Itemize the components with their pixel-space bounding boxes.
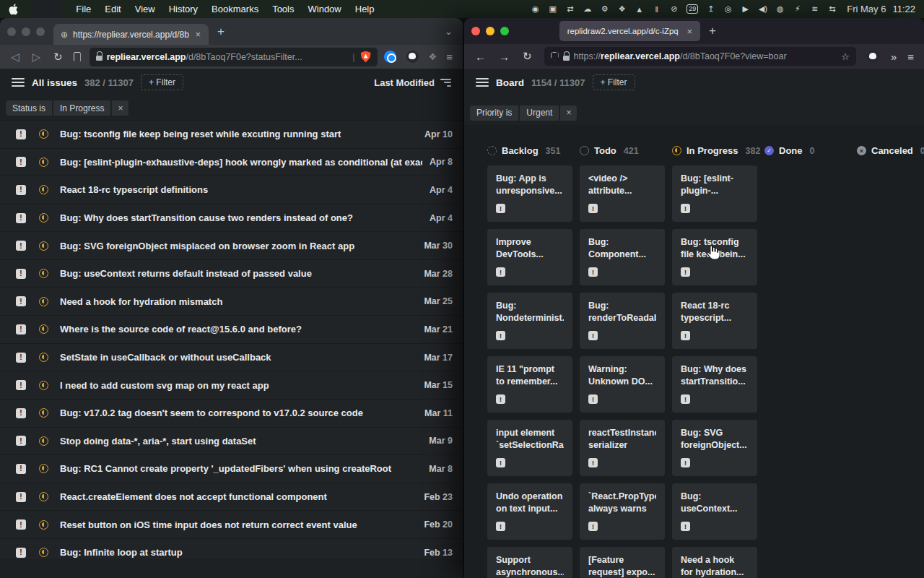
forward-button[interactable]: ▷ [27,51,46,64]
left-url-bar[interactable]: repliear.vercel.app/d/8bTaoq7F0e?statusF… [90,48,378,66]
window-manager-icon[interactable]: ‖ [652,5,661,14]
issue-row[interactable]: !React 18-rc typescript definitionsApr 4 [0,176,463,204]
menu-view[interactable]: View [135,4,155,14]
menu-window[interactable]: Window [308,4,341,14]
filter-value[interactable]: In Progress [53,100,110,116]
assistant-icon[interactable]: ◍ [775,4,785,14]
issue-row[interactable]: !Bug: useContext returns default instead… [0,260,463,288]
board-card[interactable]: Bug: Nondeterminist.! [487,293,572,349]
board-card[interactable]: Bug: App is unresponsive...! [487,165,572,222]
board-card[interactable]: Undo operation on text input...! [487,483,572,540]
menubar-clock[interactable]: Fri May 611:22 [847,4,915,14]
timer-icon[interactable]: ◎ [723,4,733,14]
board-card[interactable]: reactTestInstance serializer! [580,420,665,476]
issue-row[interactable]: !Bug: SVG foreignObject misplaced on bro… [0,232,463,260]
minimize-window-button[interactable] [486,27,494,35]
board-card[interactable]: Bug: useContext...! [672,483,757,540]
board-card[interactable]: Improve DevTools...! [487,229,572,285]
forward-button[interactable]: → [494,51,515,63]
board-card[interactable]: <video /> attribute...! [580,165,665,222]
onepassword-extension-icon[interactable] [384,51,396,63]
github-extension-icon[interactable] [867,51,879,63]
zoom-window-button[interactable] [36,27,45,36]
issue-row[interactable]: !Bug: RC1 Cannot create property '_updat… [0,455,463,483]
reload-button[interactable]: ↻ [48,51,68,64]
docker-icon[interactable]: ⚙ [600,4,609,14]
bookmark-icon[interactable] [74,52,81,61]
issue-row[interactable]: !Bug: Why does startTransition cause two… [0,204,463,233]
issue-row[interactable]: !React.createElement does not accept fun… [0,483,463,512]
add-filter-button[interactable]: + Filter [141,74,183,90]
sync-icon[interactable]: ⇄ [565,4,575,14]
board-card[interactable]: Bug: [eslint-plugin-...! [672,165,757,222]
board-card[interactable]: Bug: Why does startTransitio...! [672,356,757,413]
dropbox-icon[interactable]: ❖ [617,4,627,14]
board-card[interactable]: Bug: Component...! [580,229,665,285]
menu-bookmarks[interactable]: Bookmarks [212,4,258,14]
sort-control[interactable]: Last Modified [374,77,451,88]
sidebar-menu-icon[interactable] [12,78,25,87]
issue-row[interactable]: !Bug: [eslint-plugin-exhaustive-deps] ho… [0,149,463,177]
tab-list-chevron-icon[interactable]: ⌄ [445,26,453,37]
board-card[interactable]: React 18-rc typescript...! [672,293,757,349]
back-button[interactable]: ← [470,51,491,63]
issue-row[interactable]: !Where is the source code of react@15.6.… [0,316,463,344]
back-button[interactable]: ◁ [6,51,25,64]
user-switch-icon[interactable]: ⇆ [827,4,837,14]
tab-close-icon[interactable]: × [194,29,201,40]
play-icon[interactable]: ▶ [741,4,750,14]
issue-row[interactable]: !Reset button on iOS time input does not… [0,511,463,539]
wifi-icon[interactable]: ≋ [810,4,819,14]
upload-icon[interactable]: ↥ [706,4,715,14]
new-tab-button[interactable]: + [209,25,233,39]
brave-shield-icon[interactable] [361,51,371,63]
board-card[interactable]: [Feature request] expo...! [580,547,665,578]
issue-row[interactable]: !SetState in useCallback or without useC… [0,344,463,372]
close-window-button[interactable] [7,27,16,36]
toolbar-overflow-icon[interactable]: » [886,51,902,63]
bookmark-star-icon[interactable]: ☆ [841,51,850,62]
new-tab-button[interactable]: + [700,24,725,38]
tab-close-icon[interactable]: × [686,26,693,37]
menu-file[interactable]: File [76,4,91,14]
sidebar-menu-icon[interactable] [476,78,489,87]
board-card[interactable]: Support asynchronous...! [487,547,572,578]
board-card[interactable]: Bug: renderToReadab! [580,293,665,349]
browser-menu-icon[interactable]: ≡ [446,51,453,63]
do-not-disturb-icon[interactable]: ⊘ [669,4,679,14]
left-browser-tab[interactable]: ⊕ https://repliear.vercel.app/d/8b × [53,24,209,45]
browser-menu-icon[interactable]: ≡ [907,51,914,63]
volume-icon[interactable]: ◀) [758,4,767,14]
board-card[interactable]: input element `setSelectionRa! [487,420,572,476]
minimize-window-button[interactable] [22,27,30,36]
board-card[interactable]: IE 11 "prompt to remember...! [487,356,572,413]
menu-help[interactable]: Help [355,4,375,14]
battery-icon[interactable]: ⚡ [793,4,802,14]
board-card[interactable]: Need a hook for hydration...! [672,547,757,578]
issue-row[interactable]: !I need to add custom svg map on my reac… [0,371,463,400]
menu-tools[interactable]: Tools [272,4,294,14]
menu-history[interactable]: History [169,4,198,14]
screen-share-icon[interactable]: ▣ [548,4,557,14]
launcher-icon[interactable]: ▲ [635,5,644,14]
add-filter-button[interactable]: + Filter [593,74,635,90]
board-card-hovered[interactable]: Bug: tsconfig file keep bein...! [672,229,757,285]
issue-row[interactable]: !Stop doing data-*, aria-*, start using … [0,428,463,456]
board-card[interactable]: `React.PropTypes always warns ab! [580,483,665,540]
calendar-icon[interactable]: 29 [687,4,698,14]
board-card[interactable]: Warning: Unknown DO...! [580,356,665,413]
cloud-icon[interactable]: ☁ [583,4,592,14]
issue-row[interactable]: !Need a hook for hydration mismatchMar 2… [0,288,463,316]
record-icon[interactable]: ◉ [531,4,540,14]
issue-row[interactable]: !Bug: Infinite loop at startupFeb 13 [0,539,463,559]
remove-filter-icon[interactable]: × [560,105,577,121]
tracking-protection-shield-icon[interactable] [551,52,559,61]
issue-row[interactable]: !Bug: v17.0.2 tag doesn't seem to corres… [0,400,463,428]
issue-row[interactable]: !Bug: tsconfig file keep being reset whi… [0,121,463,149]
github-extension-icon[interactable] [406,51,419,63]
close-window-button[interactable] [471,27,480,35]
board-card[interactable]: Bug: SVG foreignObject...! [672,420,757,476]
apple-menu-icon[interactable] [9,4,19,14]
remove-filter-icon[interactable]: × [112,100,128,116]
reload-button[interactable]: ↻ [518,50,537,63]
